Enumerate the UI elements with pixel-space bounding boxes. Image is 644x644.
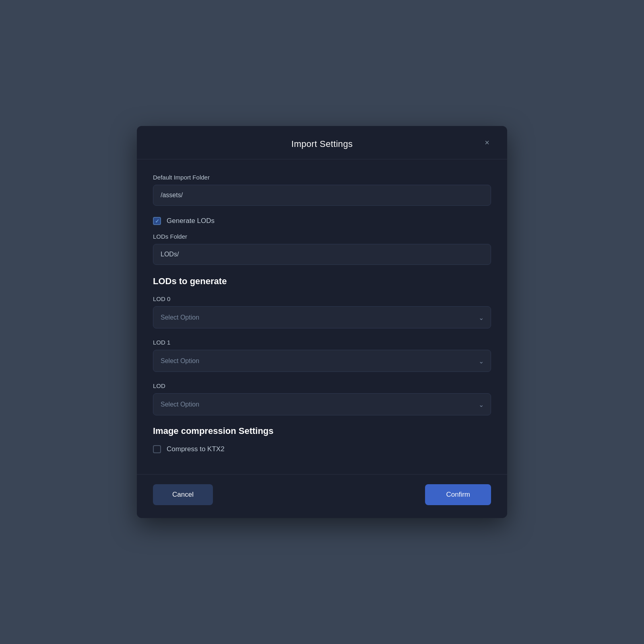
lod2-select[interactable]: Select Option — [153, 393, 491, 415]
default-import-folder-group: Default Import Folder — [153, 174, 491, 206]
lod0-group: LOD 0 Select Option ⌄ — [153, 295, 491, 328]
lod0-label: LOD 0 — [153, 295, 491, 302]
default-import-folder-input[interactable] — [153, 185, 491, 206]
lods-folder-input[interactable] — [153, 244, 491, 265]
compress-ktx2-checkbox[interactable] — [153, 445, 161, 453]
modal-footer: Cancel Confirm — [137, 474, 507, 518]
import-settings-modal: Import Settings × Default Import Folder … — [137, 126, 507, 518]
compress-ktx2-label: Compress to KTX2 — [167, 445, 225, 453]
close-button[interactable]: × — [483, 137, 491, 148]
compress-ktx2-row: Compress to KTX2 — [153, 445, 491, 453]
lod2-label: LOD — [153, 382, 491, 389]
lod1-select[interactable]: Select Option — [153, 350, 491, 372]
lods-section-heading: LODs to generate — [153, 276, 491, 287]
lod2-group: LOD Select Option ⌄ — [153, 382, 491, 415]
background-overlay: Import Settings × Default Import Folder … — [0, 0, 644, 644]
generate-lods-checkbox[interactable] — [153, 217, 161, 225]
confirm-button[interactable]: Confirm — [425, 484, 491, 505]
lod0-select[interactable]: Select Option — [153, 306, 491, 328]
cancel-button[interactable]: Cancel — [153, 484, 213, 505]
generate-lods-label: Generate LODs — [167, 217, 215, 225]
modal-title: Import Settings — [291, 139, 353, 149]
lods-folder-group: LODs Folder — [153, 233, 491, 265]
lod1-select-wrapper: Select Option ⌄ — [153, 350, 491, 372]
lod1-label: LOD 1 — [153, 339, 491, 346]
lods-folder-label: LODs Folder — [153, 233, 491, 240]
lod0-select-wrapper: Select Option ⌄ — [153, 306, 491, 328]
generate-lods-row: Generate LODs — [153, 217, 491, 225]
lod1-group: LOD 1 Select Option ⌄ — [153, 339, 491, 372]
lod2-select-wrapper: Select Option ⌄ — [153, 393, 491, 415]
modal-body: Default Import Folder Generate LODs LODs… — [137, 159, 507, 474]
default-import-folder-label: Default Import Folder — [153, 174, 491, 181]
compression-section-heading: Image compression Settings — [153, 426, 491, 436]
modal-header: Import Settings × — [137, 126, 507, 159]
